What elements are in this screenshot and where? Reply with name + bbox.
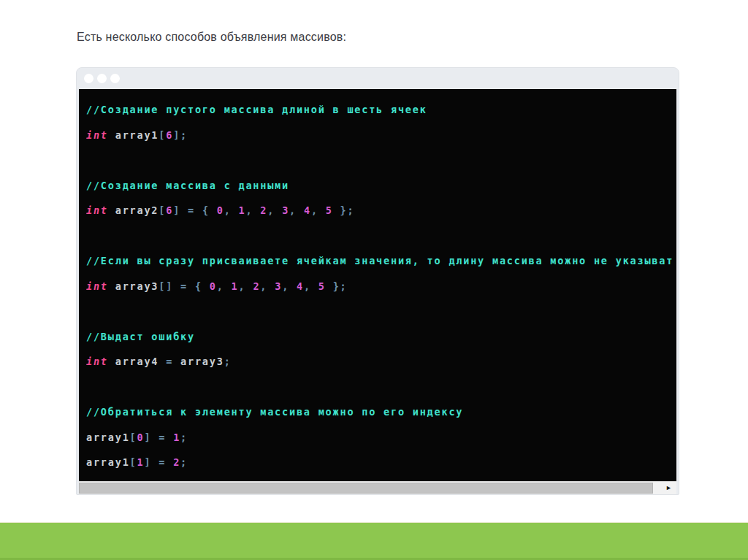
code-window: //Создание пустого массива длиной в шест…	[76, 67, 679, 495]
code-line: int array4 = array3;	[86, 349, 676, 375]
code-line: int array1[6];	[86, 123, 676, 148]
window-dot-icon[interactable]	[110, 74, 120, 83]
slide: Есть несколько способов объявления масси…	[0, 0, 748, 560]
code-line: //Создание пустого массива длиной в шест…	[86, 97, 676, 123]
page-title: Есть несколько способов объявления масси…	[77, 31, 346, 44]
bottom-accent-bar	[0, 522, 748, 560]
code-line	[86, 299, 676, 324]
code-lines: //Создание пустого массива длиной в шест…	[86, 97, 676, 475]
code-line	[86, 375, 676, 400]
code-line: //Обратиться к элементу массива можно по…	[86, 399, 676, 425]
window-titlebar	[77, 68, 679, 89]
code-line	[86, 147, 676, 173]
code-editor: //Создание пустого массива длиной в шест…	[79, 89, 676, 481]
horizontal-scrollbar[interactable]: ►	[79, 481, 676, 494]
code-line: array1[0] = 1;	[86, 425, 676, 450]
code-line: int array3[] = { 0, 1, 2, 3, 4, 5 };	[86, 274, 676, 299]
code-line: array1[1] = 2;	[86, 450, 676, 475]
scroll-right-arrow-icon[interactable]: ►	[665, 482, 672, 494]
window-dot-icon[interactable]	[84, 74, 94, 83]
code-line	[86, 223, 676, 249]
code-line: //Выдаст ошибку	[86, 324, 676, 350]
code-line: //Создание массива с данными	[86, 173, 676, 199]
window-dot-icon[interactable]	[97, 74, 107, 83]
scrollbar-thumb[interactable]	[79, 483, 653, 494]
code-line: //Если вы сразу присваиваете ячейкам зна…	[86, 248, 676, 274]
code-line: int array2[6] = { 0, 1, 2, 3, 4, 5 };	[86, 198, 676, 223]
